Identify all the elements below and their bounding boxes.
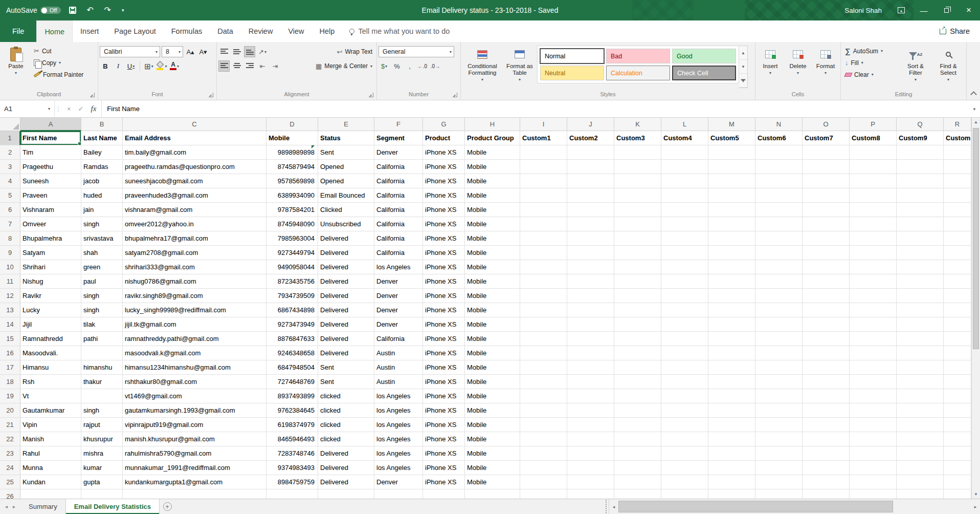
- cell-M4[interactable]: [708, 174, 755, 188]
- cell-A4[interactable]: Suneesh: [20, 174, 81, 188]
- cell-O13[interactable]: [803, 303, 850, 317]
- enter-icon[interactable]: ✓: [78, 105, 84, 113]
- cell-K2[interactable]: [614, 145, 661, 160]
- column-header-A[interactable]: A: [20, 118, 81, 131]
- cell-D3[interactable]: 8745879494: [266, 160, 318, 174]
- cell-M20[interactable]: [708, 403, 755, 418]
- cell-A1[interactable]: First Name: [20, 131, 81, 145]
- cell-K3[interactable]: [614, 160, 661, 174]
- cell-D10[interactable]: 9490958044: [266, 260, 318, 274]
- cell-P22[interactable]: [850, 432, 897, 446]
- cell-D14[interactable]: 9273473949: [266, 317, 318, 332]
- row-header-4[interactable]: 4: [0, 174, 20, 188]
- cell-D26[interactable]: [266, 489, 318, 499]
- center-button[interactable]: [231, 60, 242, 72]
- cell-J26[interactable]: [567, 489, 614, 499]
- cell-P7[interactable]: [850, 217, 897, 231]
- cell-P25[interactable]: [850, 475, 897, 489]
- cell-G3[interactable]: iPhone XS: [423, 160, 465, 174]
- conditional-formatting-button[interactable]: Conditional Formatting ▾: [462, 44, 502, 89]
- cell-J25[interactable]: [567, 475, 614, 489]
- cell-F19[interactable]: los Angeles: [374, 389, 423, 403]
- row-header-11[interactable]: 11: [0, 274, 20, 289]
- cell-P5[interactable]: [850, 188, 897, 203]
- cell-Q6[interactable]: [897, 203, 944, 217]
- cell-H10[interactable]: Mobile: [465, 260, 520, 274]
- column-header-R[interactable]: R: [944, 118, 971, 131]
- cell-R12[interactable]: [944, 289, 971, 303]
- middle-align-button[interactable]: [231, 46, 242, 57]
- cell-style-neutral[interactable]: Neutral: [540, 66, 604, 80]
- font-dialog-launcher[interactable]: [209, 93, 213, 97]
- cell-D2[interactable]: 9898989898: [266, 145, 318, 160]
- cell-P14[interactable]: [850, 317, 897, 332]
- cell-N25[interactable]: [755, 475, 803, 489]
- cell-N23[interactable]: [755, 446, 803, 461]
- cell-C11[interactable]: nishug0786@gmail.com: [123, 274, 266, 289]
- cell-A17[interactable]: Himansu: [20, 360, 81, 375]
- cut-button[interactable]: ✂ Cut: [31, 45, 86, 57]
- insert-cells-button[interactable]: Insert ▾: [757, 44, 784, 89]
- sheet-tab-email-delivery-statistics[interactable]: Email Delivery Statistics: [66, 499, 160, 514]
- bold-button[interactable]: B: [100, 60, 111, 72]
- increase-decimal-button[interactable]: ←.0: [417, 60, 428, 72]
- cell-F18[interactable]: Austin: [374, 375, 423, 389]
- cell-M25[interactable]: [708, 475, 755, 489]
- cell-C4[interactable]: suneeshjacob@gmail.com: [123, 174, 266, 188]
- cell-D23[interactable]: 7283748746: [266, 446, 318, 461]
- cell-L26[interactable]: [661, 489, 708, 499]
- cell-N11[interactable]: [755, 274, 803, 289]
- cell-G20[interactable]: iPhone XS: [423, 403, 465, 418]
- cell-P3[interactable]: [850, 160, 897, 174]
- cell-F20[interactable]: los Angeles: [374, 403, 423, 418]
- cell-M14[interactable]: [708, 317, 755, 332]
- cell-A26[interactable]: [20, 489, 81, 499]
- scroll-left-arrow[interactable]: ◂: [609, 504, 618, 509]
- cell-K18[interactable]: [614, 375, 661, 389]
- cell-G25[interactable]: iPhone XS: [423, 475, 465, 489]
- cell-J12[interactable]: [567, 289, 614, 303]
- cell-K14[interactable]: [614, 317, 661, 332]
- cell-H6[interactable]: Mobile: [465, 203, 520, 217]
- cell-I18[interactable]: [520, 375, 567, 389]
- cell-I5[interactable]: [520, 188, 567, 203]
- cell-N3[interactable]: [755, 160, 803, 174]
- cell-E25[interactable]: Delivered: [318, 475, 374, 489]
- cell-Q17[interactable]: [897, 360, 944, 375]
- cell-C9[interactable]: satyam2708@gmail.com: [123, 246, 266, 260]
- column-header-P[interactable]: P: [850, 118, 897, 131]
- cell-L12[interactable]: [661, 289, 708, 303]
- cell-L14[interactable]: [661, 317, 708, 332]
- copy-button[interactable]: Copy ▾: [31, 57, 86, 69]
- cell-H19[interactable]: Mobile: [465, 389, 520, 403]
- tell-me-box[interactable]: Tell me what you want to do: [349, 20, 450, 42]
- minimize-button[interactable]: —: [912, 0, 935, 20]
- cell-J9[interactable]: [567, 246, 614, 260]
- cell-B8[interactable]: srivastava: [81, 231, 123, 246]
- cell-B9[interactable]: shah: [81, 246, 123, 260]
- row-header-19[interactable]: 19: [0, 389, 20, 403]
- cell-P8[interactable]: [850, 231, 897, 246]
- styles-gallery-up-button[interactable]: ▲: [739, 46, 747, 60]
- cell-R19[interactable]: [944, 389, 971, 403]
- cell-R20[interactable]: [944, 403, 971, 418]
- row-header-16[interactable]: 16: [0, 346, 20, 360]
- formula-bar-grip[interactable]: ⋮: [55, 100, 62, 117]
- cell-N14[interactable]: [755, 317, 803, 332]
- cell-R2[interactable]: [944, 145, 971, 160]
- cell-L19[interactable]: [661, 389, 708, 403]
- cell-C8[interactable]: bhupalmehra17@gmail.com: [123, 231, 266, 246]
- cell-C18[interactable]: rshthakur80@gmail.com: [123, 375, 266, 389]
- cell-E12[interactable]: Delivered: [318, 289, 374, 303]
- cell-L21[interactable]: [661, 418, 708, 432]
- cell-L7[interactable]: [661, 217, 708, 231]
- cell-M5[interactable]: [708, 188, 755, 203]
- cell-J8[interactable]: [567, 231, 614, 246]
- cell-M23[interactable]: [708, 446, 755, 461]
- cell-K13[interactable]: [614, 303, 661, 317]
- cell-E7[interactable]: Unsubscribed: [318, 217, 374, 231]
- cell-M10[interactable]: [708, 260, 755, 274]
- font-size-select[interactable]: 8▾: [162, 46, 183, 57]
- cell-E22[interactable]: clicked: [318, 432, 374, 446]
- fill-color-button[interactable]: ▾: [156, 60, 167, 72]
